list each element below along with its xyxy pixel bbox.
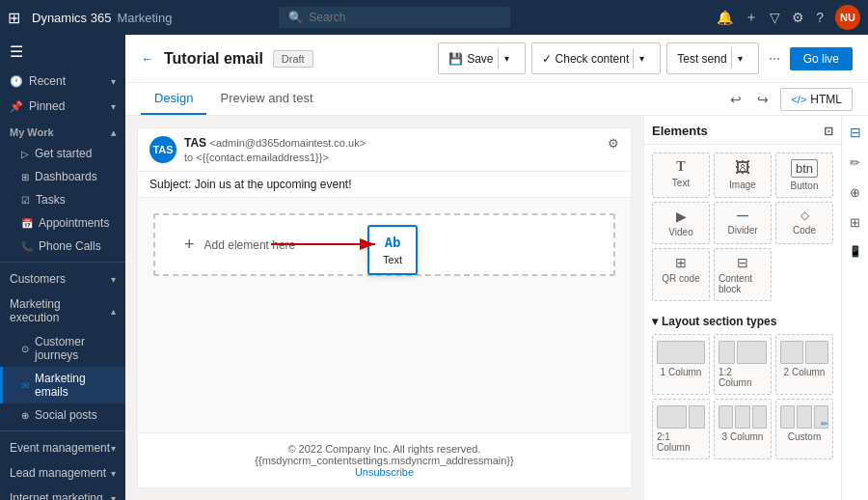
layout-3-column[interactable]: 3 Column [714, 399, 772, 459]
element-divider[interactable]: — Divider [714, 202, 772, 244]
grid-icon[interactable]: ⊞ [8, 9, 20, 27]
sidebar-item-internet-marketing[interactable]: Internet marketing ▾ [0, 486, 125, 500]
element-video[interactable]: ▶ Video [652, 202, 710, 244]
sidebar-pinned-label: Pinned [29, 99, 65, 113]
email-meta: TAS TAS <admin@d365domaintest.co.uk> to … [137, 127, 632, 172]
email-from: TAS <admin@d365domaintest.co.uk> [184, 136, 366, 150]
appointments-icon: 📅 [21, 218, 33, 229]
sidebar-item-event-management[interactable]: Event management ▾ [0, 435, 125, 460]
sidebar-item-social-posts[interactable]: ⊕ Social posts [0, 403, 125, 427]
sidebar-recent-label: Recent [29, 74, 66, 88]
help-icon[interactable]: ? [816, 10, 824, 25]
sidebar-item-pinned[interactable]: 📌 Pinned ▾ [0, 94, 125, 119]
plus-icon[interactable]: ＋ [745, 9, 758, 26]
search-bar[interactable]: 🔍 [279, 7, 510, 28]
element-button[interactable]: btn Button [775, 153, 833, 198]
element-text[interactable]: T Text [652, 153, 710, 198]
check-content-button[interactable]: ✓ Check content ▾ [531, 42, 662, 74]
divider-2 [0, 431, 125, 431]
sidebar-item-customers[interactable]: Customers ▾ [0, 266, 125, 292]
rail-elements-icon[interactable]: ⊟ [847, 122, 864, 143]
col-block-c1 [780, 405, 795, 429]
editor-layout: TAS TAS <admin@d365domaintest.co.uk> to … [125, 116, 868, 500]
save-button-group[interactable]: 💾 Save ▾ [438, 42, 525, 74]
layout-section-header[interactable]: ▾ Layout section types [652, 309, 833, 334]
html-button[interactable]: </> HTML [780, 88, 853, 111]
text-card-label: Text [383, 254, 402, 265]
marketing-emails-icon: ✉ [21, 380, 29, 391]
layout-preview-1-2col [719, 341, 767, 364]
add-element-area[interactable]: + Add element here Ab Text [153, 213, 615, 276]
save-dropdown-icon[interactable]: ▾ [498, 48, 515, 69]
undo-icon[interactable]: ↩ [726, 88, 746, 111]
email-settings-icon[interactable]: ⚙ [608, 136, 619, 151]
rail-mobile-icon[interactable]: 📱 [846, 242, 865, 261]
tab-design[interactable]: Design [141, 83, 206, 115]
sidebar-item-get-started[interactable]: ▷ Get started [0, 142, 125, 165]
brand-name: Dynamics 365 [32, 11, 111, 25]
layout-3col-label: 3 Column [722, 431, 764, 442]
back-button[interactable]: ← [141, 51, 154, 67]
test-send-button-group[interactable]: Test send ▾ [666, 42, 758, 74]
hamburger-icon[interactable]: ☰ [0, 35, 125, 69]
email-meta-left: TAS TAS <admin@d365domaintest.co.uk> to … [149, 136, 366, 163]
sidebar-item-customer-journeys[interactable]: ⊙ Customer journeys [0, 330, 125, 367]
check-dropdown-icon[interactable]: ▾ [633, 48, 650, 69]
layout-1-2-column[interactable]: 1:2 Column [714, 334, 772, 395]
more-options-icon[interactable]: ⋯ [765, 48, 784, 69]
sidebar-item-recent[interactable]: 🕐 Recent ▾ [0, 69, 125, 94]
chevron-down-layout-icon: ▾ [652, 315, 658, 328]
go-live-button[interactable]: Go live [790, 47, 853, 70]
test-send-button[interactable]: Test send ▾ [666, 42, 758, 74]
element-content-block[interactable]: ⊟ Content block [714, 248, 772, 301]
layout-1col-label: 1 Column [661, 367, 702, 377]
sidebar-item-marketing-exec[interactable]: Marketing execution ▴ [0, 292, 125, 330]
check-content-button-group[interactable]: ✓ Check content ▾ [531, 42, 662, 74]
add-plus-icon: + [184, 235, 195, 255]
rail-extra-icon[interactable]: ⊞ [847, 212, 863, 233]
search-input[interactable] [309, 11, 501, 24]
check-icon: ✓ [542, 52, 552, 66]
layout-2-1-column[interactable]: 2:1 Column [652, 399, 710, 459]
avatar[interactable]: NU [835, 5, 860, 30]
sidebar-item-marketing-emails[interactable]: ✉ Marketing emails [0, 367, 125, 403]
video-icon: ▶ [676, 208, 687, 224]
settings-icon[interactable]: ⚙ [792, 10, 804, 25]
elements-panel-title: Elements [652, 124, 708, 138]
filter-icon[interactable]: ▽ [770, 10, 780, 25]
rail-edit-icon[interactable]: ✏ [847, 153, 863, 173]
element-image[interactable]: 🖼 Image [714, 153, 772, 198]
text-element-card[interactable]: Ab Text [367, 225, 418, 275]
to-address: <{{contact.emailaddress1}}> [196, 152, 329, 163]
panel-expand-icon[interactable]: ⊡ [824, 125, 833, 138]
sidebar-item-appointments[interactable]: 📅 Appointments [0, 211, 125, 235]
rail-style-icon[interactable]: ⊕ [847, 182, 863, 203]
elements-panel: Elements ⊡ T Text 🖼 Image [643, 116, 841, 500]
redo-icon[interactable]: ↪ [753, 88, 773, 111]
sidebar-item-dashboards[interactable]: ⊞ Dashboards [0, 165, 125, 188]
phone-icon: 📞 [21, 241, 33, 252]
sidebar-item-tasks[interactable]: ☑ Tasks [0, 188, 125, 211]
chevron-up-icon[interactable]: ▴ [111, 127, 116, 138]
sidebar: ☰ 🕐 Recent ▾ 📌 Pinned ▾ My Work ▴ ▷ Get … [0, 35, 125, 500]
tab-preview[interactable]: Preview and test [206, 83, 326, 115]
button-label: Button [791, 181, 819, 191]
sidebar-item-lead-management[interactable]: Lead management ▾ [0, 460, 125, 486]
save-button[interactable]: 💾 Save ▾ [438, 42, 525, 74]
text-icon: T [676, 159, 685, 175]
layout-custom[interactable]: ✏ Custom [775, 399, 833, 459]
marketing-emails-label: Marketing emails [35, 372, 116, 399]
layout-preview-custom: ✏ [780, 405, 828, 429]
sidebar-item-phone-calls[interactable]: 📞 Phone Calls [0, 235, 125, 258]
unsubscribe-link[interactable]: Unsubscribe [355, 466, 414, 478]
notify-icon[interactable]: 🔔 [717, 10, 733, 25]
chevron-down-icon-2: ▾ [111, 101, 116, 112]
layout-2-column[interactable]: 2 Column [775, 334, 833, 395]
phone-calls-label: Phone Calls [39, 239, 101, 253]
test-send-dropdown-icon[interactable]: ▾ [731, 48, 748, 69]
element-qr-code[interactable]: ⊞ QR code [652, 248, 710, 301]
layout-1-column[interactable]: 1 Column [652, 334, 710, 395]
element-code[interactable]: ◇ Code [775, 202, 833, 244]
col-block [657, 341, 705, 364]
get-started-label: Get started [35, 147, 92, 160]
